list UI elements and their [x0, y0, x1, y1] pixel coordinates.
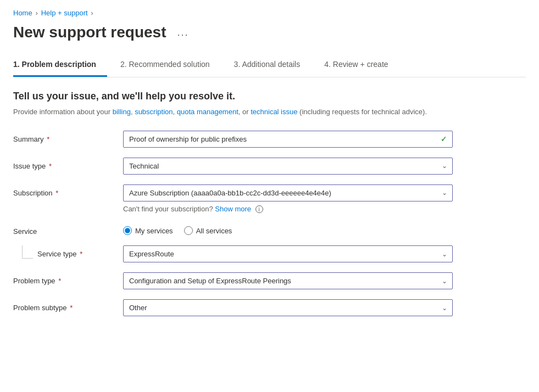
page-title: New support request — [13, 24, 166, 41]
summary-required: * — [45, 135, 50, 143]
desc-link-billing[interactable]: billing — [113, 108, 131, 116]
desc-text4: , or — [238, 108, 251, 116]
service-label: Service — [13, 223, 123, 236]
service-type-row: Service type * ExpressRoute ⌄ — [13, 245, 526, 262]
ellipsis-button[interactable]: ... — [173, 25, 193, 41]
summary-wrapper: Proof of ownership for public prefixes ✓ — [123, 131, 453, 148]
service-type-control: ExpressRoute ⌄ — [123, 245, 453, 262]
service-control: My services All services — [123, 223, 453, 235]
subscription-wrapper: Azure Subscription (aaaa0a0a-bb1b-cc2c-d… — [123, 184, 453, 201]
summary-select[interactable]: Proof of ownership for public prefixes — [123, 131, 453, 148]
section-heading: Tell us your issue, and we'll help you r… — [13, 91, 526, 102]
my-services-option[interactable]: My services — [123, 226, 173, 235]
tab-additional-details[interactable]: 3. Additional details — [234, 54, 312, 77]
issue-type-select[interactable]: Technical — [123, 158, 453, 175]
breadcrumb-help-support[interactable]: Help + support — [41, 9, 88, 17]
problem-type-label: Problem type * — [13, 272, 123, 285]
breadcrumb-sep1: › — [36, 9, 38, 17]
my-services-label: My services — [135, 227, 173, 235]
service-radio-group: My services All services — [123, 223, 453, 235]
problem-subtype-label: Problem subtype * — [13, 299, 123, 312]
subscription-control: Azure Subscription (aaaa0a0a-bb1b-cc2c-d… — [123, 184, 453, 214]
issue-type-label: Issue type * — [13, 158, 123, 170]
info-icon[interactable]: i — [255, 205, 263, 213]
section-description: Provide information about your billing, … — [13, 107, 526, 117]
hint-text: Can't find your subscription? — [123, 205, 213, 213]
summary-control: Proof of ownership for public prefixes ✓ — [123, 131, 453, 148]
service-type-wrapper: ExpressRoute ⌄ — [123, 245, 453, 262]
issue-type-row: Issue type * Technical ⌄ — [13, 158, 526, 175]
hint-show-more[interactable]: Show more — [215, 205, 251, 213]
subscription-select[interactable]: Azure Subscription (aaaa0a0a-bb1b-cc2c-d… — [123, 184, 453, 201]
problem-type-control: Configuration and Setup of ExpressRoute … — [123, 272, 453, 289]
problem-subtype-select[interactable]: Other — [123, 299, 453, 316]
form: Summary * Proof of ownership for public … — [13, 131, 526, 317]
desc-text1: Provide information about your — [13, 108, 113, 116]
all-services-radio[interactable] — [184, 226, 193, 235]
my-services-radio[interactable] — [123, 226, 132, 235]
tab-review-create[interactable]: 4. Review + create — [324, 54, 399, 77]
tab-recommended-solution[interactable]: 2. Recommended solution — [120, 54, 221, 77]
problem-subtype-control: Other ⌄ — [123, 299, 453, 316]
page-wrapper: Home › Help + support › New support requ… — [0, 0, 539, 339]
summary-row: Summary * Proof of ownership for public … — [13, 131, 526, 148]
service-type-label: Service type * — [37, 245, 121, 258]
issue-type-wrapper: Technical ⌄ — [123, 158, 453, 175]
problem-type-wrapper: Configuration and Setup of ExpressRoute … — [123, 272, 453, 289]
issue-type-required: * — [47, 162, 52, 170]
tab-problem-description[interactable]: 1. Problem description — [13, 54, 107, 77]
indent-line — [22, 245, 33, 259]
desc-link-technical[interactable]: technical issue — [251, 108, 297, 116]
all-services-option[interactable]: All services — [184, 226, 232, 235]
subscription-required: * — [54, 189, 59, 197]
desc-text5: (including requests for technical advice… — [297, 108, 427, 116]
steps-nav: 1. Problem description 2. Recommended so… — [13, 54, 526, 77]
problem-subtype-row: Problem subtype * Other ⌄ — [13, 299, 526, 316]
service-row: Service My services All services — [13, 223, 526, 236]
desc-link-quota[interactable]: quota management — [177, 108, 238, 116]
summary-check-icon: ✓ — [441, 135, 447, 143]
page-title-row: New support request ... — [13, 24, 526, 41]
subscription-label: Subscription * — [13, 184, 123, 197]
service-type-select[interactable]: ExpressRoute — [123, 245, 453, 262]
problem-subtype-wrapper: Other ⌄ — [123, 299, 453, 316]
all-services-label: All services — [196, 227, 232, 235]
summary-label: Summary * — [13, 131, 123, 143]
service-type-required: * — [78, 250, 83, 258]
breadcrumb: Home › Help + support › — [13, 9, 526, 17]
breadcrumb-home[interactable]: Home — [13, 9, 32, 17]
issue-type-control: Technical ⌄ — [123, 158, 453, 175]
desc-text3: , — [173, 108, 177, 116]
subscription-hint: Can't find your subscription? Show more … — [123, 205, 453, 214]
problem-type-row: Problem type * Configuration and Setup o… — [13, 272, 526, 289]
breadcrumb-sep2: › — [91, 9, 93, 17]
problem-type-required: * — [57, 277, 62, 285]
subscription-row: Subscription * Azure Subscription (aaaa0… — [13, 184, 526, 214]
problem-type-select[interactable]: Configuration and Setup of ExpressRoute … — [123, 272, 453, 289]
problem-subtype-required: * — [68, 304, 73, 312]
desc-link-subscription[interactable]: subscription — [135, 108, 173, 116]
